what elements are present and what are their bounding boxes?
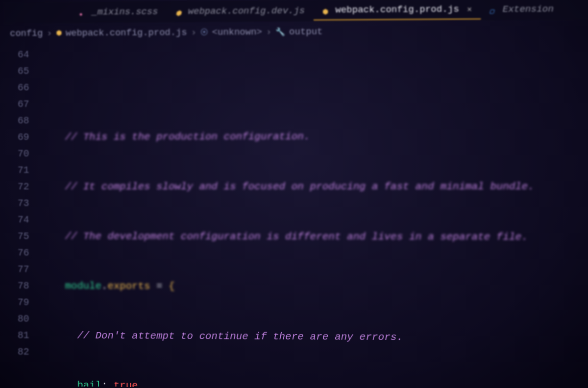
identifier: exports xyxy=(107,281,150,292)
symbol-icon: ⦿ xyxy=(200,28,208,37)
line-number: 75 xyxy=(3,228,29,245)
tab-label: Extension xyxy=(503,3,554,15)
comment: // It compiles slowly and is focused on … xyxy=(65,181,534,192)
line-number: 70 xyxy=(3,146,29,162)
property: bail xyxy=(77,380,101,388)
breadcrumb[interactable]: config › webpack.config.prod.js › ⦿ <unk… xyxy=(3,20,588,44)
line-number: 72 xyxy=(3,179,29,195)
line-number: 80 xyxy=(3,311,29,328)
line-number: 82 xyxy=(3,344,29,361)
tab-mixins-scss[interactable]: _mixins.scss xyxy=(71,2,167,22)
line-number: 69 xyxy=(3,129,29,146)
line-number: 71 xyxy=(3,162,29,179)
comment: // The development configuration is diff… xyxy=(65,231,528,242)
code-content[interactable]: // This is the production configuration.… xyxy=(41,44,588,388)
line-number: 66 xyxy=(3,79,29,96)
tab-webpack-prod[interactable]: webpack.config.prod.js ✕ xyxy=(314,0,481,21)
js-icon xyxy=(322,6,330,14)
line-gutter: 64656667686970717273747576777879808182 xyxy=(3,47,41,388)
tab-label: webpack.config.dev.js xyxy=(188,5,305,17)
line-number: 73 xyxy=(3,195,29,212)
js-icon xyxy=(56,29,62,38)
line-number: 81 xyxy=(3,327,29,344)
comment: // This is the production configuration. xyxy=(65,131,310,143)
line-number: 79 xyxy=(3,294,29,311)
line-number: 74 xyxy=(3,212,29,229)
tab-label: webpack.config.prod.js xyxy=(335,4,459,16)
keyword: module xyxy=(65,281,101,292)
chevron-right-icon: › xyxy=(47,28,52,39)
chevron-right-icon: › xyxy=(191,27,196,38)
line-number: 67 xyxy=(3,96,29,113)
breadcrumb-symbol: output xyxy=(289,26,322,37)
tab-extension[interactable]: Extension xyxy=(481,0,563,19)
close-icon[interactable]: ✕ xyxy=(467,4,472,14)
code-editor[interactable]: 64656667686970717273747576777879808182 /… xyxy=(3,41,588,388)
extension-icon xyxy=(490,5,497,13)
tab-webpack-dev[interactable]: webpack.config.dev.js xyxy=(167,1,314,21)
tab-label: _mixins.scss xyxy=(92,6,158,18)
scss-icon xyxy=(79,8,87,16)
line-number: 77 xyxy=(3,261,29,278)
line-number: 65 xyxy=(3,63,29,80)
line-number: 78 xyxy=(3,278,29,294)
breadcrumb-symbol: <unknown> xyxy=(212,26,262,38)
breadcrumb-folder: config xyxy=(10,28,43,39)
line-number: 68 xyxy=(3,113,29,129)
boolean: true xyxy=(114,380,138,388)
js-icon xyxy=(175,8,183,16)
wrench-icon: 🔧 xyxy=(275,27,285,37)
chevron-right-icon: › xyxy=(266,26,271,37)
line-number: 76 xyxy=(3,245,29,261)
line-number: 64 xyxy=(3,47,29,63)
comment: // Don't attempt to continue if there ar… xyxy=(77,330,403,343)
breadcrumb-file: webpack.config.prod.js xyxy=(66,27,187,38)
